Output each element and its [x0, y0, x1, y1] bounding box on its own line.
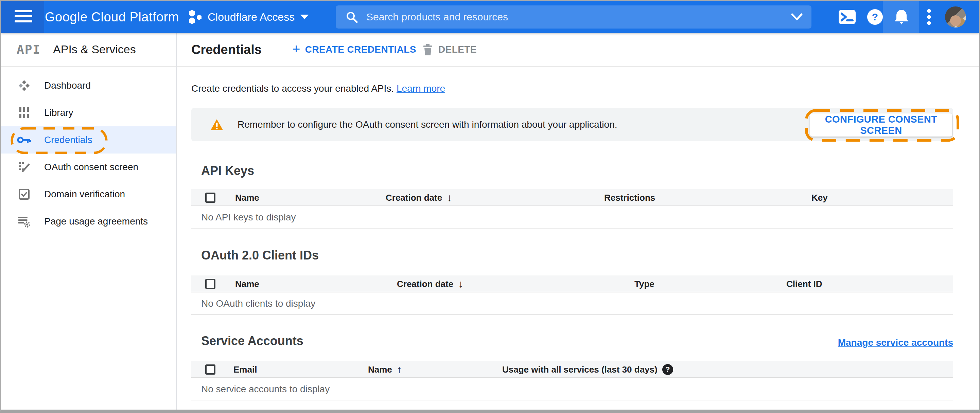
delete-button[interactable]: DELETE [423, 33, 477, 66]
column-creation-date[interactable]: Creation date ↓ [386, 189, 452, 206]
svg-text:?: ? [872, 11, 878, 22]
select-all-checkbox[interactable] [205, 279, 215, 289]
sidebar-item-label: Domain verification [44, 189, 125, 200]
project-selector[interactable]: Cloudflare Access [189, 1, 309, 33]
oauth-clients-section-title: OAuth 2.0 Client IDs [191, 248, 953, 262]
api-keys-table-header: Name Creation date ↓ Restrictions Key [191, 189, 953, 206]
column-name[interactable]: Name [235, 275, 259, 292]
page-usage-icon [18, 215, 31, 227]
configure-consent-screen-button[interactable]: CONFIGURE CONSENT SCREEN [810, 113, 952, 137]
plus-icon: + [292, 42, 301, 56]
help-icon[interactable]: ? [865, 1, 885, 33]
search-input[interactable] [366, 11, 791, 23]
sort-asc-icon: ↑ [397, 364, 402, 375]
body: API APIs & Services Dashboard [1, 33, 979, 410]
api-logo: API [17, 43, 41, 56]
sidebar-item-label: Credentials [44, 135, 92, 145]
service-accounts-empty-state: No service accounts to display [191, 378, 953, 400]
column-key[interactable]: Key [811, 189, 828, 206]
sidebar-item-page-usage-agreements[interactable]: Page usage agreements [1, 208, 176, 235]
domain-verification-icon [18, 189, 31, 200]
sidebar-item-domain-verification[interactable]: Domain verification [1, 181, 176, 208]
sidebar: API APIs & Services Dashboard [1, 33, 177, 410]
page-toolbar: Credentials + CREATE CREDENTIALS DELETE [177, 33, 979, 67]
service-accounts-table-header: Email Name ↑ Usage with all services (la… [191, 361, 953, 378]
project-name: Cloudflare Access [208, 11, 294, 24]
select-all-checkbox[interactable] [205, 364, 215, 375]
column-creation-date[interactable]: Creation date ↓ [397, 275, 463, 292]
cloud-shell-icon[interactable] [836, 1, 858, 33]
service-accounts-section-title: Service Accounts Manage service accounts [191, 334, 953, 348]
sidebar-item-oauth-consent-screen[interactable]: OAuth consent screen [1, 154, 176, 181]
library-icon [18, 106, 31, 119]
sidebar-item-label: OAuth consent screen [44, 162, 138, 173]
sidebar-item-credentials[interactable]: Credentials [1, 126, 176, 154]
notifications-icon[interactable] [892, 1, 911, 33]
delete-icon [423, 43, 433, 56]
avatar[interactable] [945, 6, 966, 27]
search-icon [345, 11, 358, 24]
help-circle-icon[interactable]: ? [662, 364, 673, 375]
oauth-clients-table-header: Name Creation date ↓ Type Client ID [191, 275, 953, 292]
sort-desc-icon: ↓ [458, 278, 463, 290]
manage-service-accounts-link[interactable]: Manage service accounts [838, 337, 953, 348]
column-restrictions[interactable]: Restrictions [604, 189, 655, 206]
more-options-icon[interactable] [921, 1, 937, 33]
key-icon [18, 135, 31, 145]
sidebar-item-dashboard[interactable]: Dashboard [1, 72, 176, 99]
main-content: Credentials + CREATE CREDENTIALS DELETE … [177, 33, 979, 410]
sidebar-title: APIs & Services [53, 43, 136, 56]
api-keys-empty-state: No API keys to display [191, 206, 953, 229]
oauth-consent-icon [18, 161, 31, 173]
gcp-console-window: Google Cloud Platform Cloudflare Access [0, 0, 980, 413]
top-app-bar: Google Cloud Platform Cloudflare Access [1, 1, 979, 33]
select-all-checkbox[interactable] [205, 192, 215, 203]
api-keys-section-title: API Keys [191, 164, 953, 178]
search-bar[interactable] [336, 5, 811, 29]
sidebar-nav: Dashboard Library [1, 67, 176, 235]
sidebar-item-library[interactable]: Library [1, 99, 176, 126]
oauth-clients-empty-state: No OAuth clients to display [191, 292, 953, 315]
warning-message: Remember to configure the OAuth consent … [237, 119, 617, 130]
intro-text: Create credentials to access your enable… [191, 83, 445, 94]
menu-icon[interactable] [14, 10, 32, 24]
page-title: Credentials [191, 33, 262, 66]
project-hexagons-icon [189, 9, 202, 25]
sort-desc-icon: ↓ [447, 192, 452, 203]
column-usage[interactable]: Usage with all services (last 30 days) ? [502, 361, 673, 378]
chevron-down-icon [300, 14, 309, 20]
warning-icon [210, 119, 223, 130]
column-email[interactable]: Email [234, 361, 257, 378]
sidebar-item-label: Dashboard [44, 80, 91, 91]
learn-more-link[interactable]: Learn more [396, 83, 445, 94]
column-client-id[interactable]: Client ID [786, 275, 822, 292]
brand-logo[interactable]: Google Cloud Platform [45, 1, 179, 33]
column-type[interactable]: Type [635, 275, 654, 292]
column-name[interactable]: Name ↑ [368, 361, 402, 378]
column-name[interactable]: Name [235, 189, 259, 206]
sidebar-header: API APIs & Services [1, 33, 176, 67]
dashboard-icon [18, 79, 31, 92]
sidebar-item-label: Library [44, 107, 73, 118]
search-chevron-icon[interactable] [791, 13, 803, 21]
create-credentials-button[interactable]: + CREATE CREDENTIALS [292, 33, 416, 66]
sidebar-item-label: Page usage agreements [44, 216, 148, 227]
